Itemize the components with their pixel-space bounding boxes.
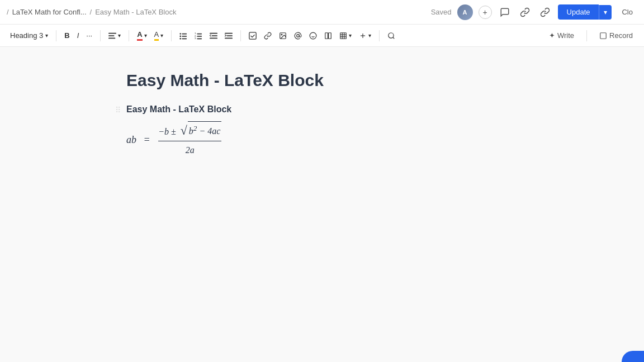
editor-wrapper: Easy Math - LaTeX Block ⠿ Easy Math - La… — [126, 69, 518, 340]
svg-rect-16 — [212, 35, 218, 36]
svg-text:3.: 3. — [195, 37, 197, 40]
svg-point-3 — [180, 33, 182, 35]
content-area: Easy Math - LaTeX Block ⠿ Easy Math - La… — [0, 47, 644, 362]
italic-button[interactable]: I — [74, 29, 83, 42]
breadcrumb-current: Easy Math - LaTeX Block — [95, 8, 176, 16]
link-insert-button[interactable] — [261, 30, 275, 42]
top-nav: / LaTeX Math for Confl... / Easy Math - … — [0, 0, 644, 25]
heading-selector[interactable]: Heading 3 ▾ — [7, 29, 51, 42]
svg-point-24 — [297, 34, 300, 37]
heading-dropdown-icon: ▾ — [45, 32, 48, 39]
toolbar-right: ✦ Write Record — [544, 29, 637, 42]
sep3 — [129, 30, 129, 41]
svg-rect-1 — [108, 35, 115, 36]
sqrt-content: b2 − 4ac — [188, 121, 222, 140]
svg-point-5 — [180, 35, 182, 37]
record-button[interactable]: Record — [595, 29, 637, 42]
ordered-list-button[interactable]: 1. 2. 3. — [191, 30, 206, 42]
breadcrumb-separator: / — [7, 8, 9, 16]
breadcrumb-parent[interactable]: LaTeX Math for Confl... — [12, 8, 87, 16]
columns-button[interactable] — [321, 30, 335, 42]
svg-rect-18 — [225, 32, 233, 34]
update-button-group: Update ▾ — [558, 4, 612, 20]
svg-point-25 — [310, 32, 316, 39]
sqrt-wrapper: √ b2 − 4ac — [181, 121, 222, 140]
svg-rect-8 — [182, 38, 187, 39]
bullet-list-button[interactable] — [176, 30, 191, 42]
link-button[interactable] — [538, 5, 552, 20]
svg-line-38 — [393, 37, 395, 39]
sep4 — [171, 30, 172, 41]
svg-rect-2 — [108, 37, 115, 39]
svg-rect-4 — [182, 33, 187, 34]
heading-label: Heading 3 — [10, 31, 43, 40]
svg-rect-21 — [249, 32, 256, 39]
svg-rect-29 — [329, 32, 332, 39]
update-button[interactable]: Update — [558, 4, 599, 20]
toolbar: Heading 3 ▾ B I ··· ▾ A ▾ — [0, 25, 644, 47]
text-color-button[interactable]: A ▾ — [134, 28, 150, 43]
sep5 — [240, 30, 241, 41]
highlight-button[interactable]: A ▾ — [151, 28, 167, 43]
insert-group: ▾ ▾ — [245, 30, 375, 42]
search-toolbar-button[interactable] — [384, 30, 399, 42]
svg-rect-20 — [225, 37, 233, 39]
formula-ab: ab — [126, 131, 136, 149]
svg-rect-17 — [210, 37, 217, 39]
svg-rect-6 — [182, 36, 187, 37]
svg-rect-10 — [197, 33, 202, 34]
comment-button[interactable] — [498, 5, 512, 20]
format-group: B I ··· — [61, 29, 96, 42]
page-title[interactable]: Easy Math - LaTeX Block — [126, 69, 518, 91]
sqrt-symbol: √ — [181, 125, 187, 137]
svg-rect-0 — [108, 32, 116, 34]
sep7 — [586, 30, 587, 41]
fraction: −b ± √ b2 − 4ac 2a — [158, 121, 221, 159]
svg-rect-39 — [600, 32, 607, 39]
formula-display: ab = −b ± √ b2 − 4ac — [126, 121, 518, 159]
indent-decrease-button[interactable] — [206, 30, 221, 42]
drag-handle-icon[interactable]: ⠿ — [115, 106, 121, 115]
sep1 — [56, 30, 56, 41]
align-group: ▾ — [105, 30, 124, 42]
svg-rect-28 — [325, 32, 328, 39]
record-label: Record — [609, 31, 633, 40]
close-button[interactable]: Clo — [617, 6, 637, 18]
write-label: Write — [557, 31, 574, 40]
bold-button[interactable]: B — [61, 29, 73, 42]
svg-rect-14 — [197, 38, 202, 39]
svg-rect-30 — [340, 32, 347, 39]
formula-equals: = — [141, 131, 153, 149]
image-button[interactable] — [276, 30, 290, 42]
sep2 — [100, 30, 101, 41]
svg-rect-19 — [227, 35, 233, 36]
mention-button[interactable] — [291, 30, 305, 42]
svg-point-7 — [180, 37, 182, 39]
indent-increase-button[interactable] — [221, 30, 236, 42]
fraction-numerator: −b ± √ b2 − 4ac — [158, 121, 221, 141]
write-button[interactable]: ✦ Write — [544, 29, 579, 42]
latex-formula: ab = −b ± √ b2 − 4ac — [126, 119, 518, 161]
svg-point-23 — [281, 34, 282, 35]
add-collaborator-button[interactable]: + — [479, 6, 492, 19]
block-heading: Easy Math - LaTeX Block — [126, 104, 518, 115]
info-button[interactable] — [518, 5, 532, 20]
fraction-denominator: 2a — [186, 141, 195, 159]
task-list-button[interactable] — [245, 30, 260, 42]
more-format-button[interactable]: ··· — [83, 29, 96, 42]
block-content: Easy Math - LaTeX Block ab = −b ± √ — [126, 104, 518, 161]
avatar[interactable]: A — [457, 4, 473, 20]
table-button[interactable]: ▾ — [336, 30, 355, 42]
sep6 — [379, 30, 380, 41]
insert-more-button[interactable]: ▾ — [356, 30, 375, 42]
write-icon: ✦ — [549, 31, 555, 40]
breadcrumb-separator2: / — [90, 8, 92, 16]
emoji-button[interactable] — [306, 30, 320, 42]
color-group: A ▾ A ▾ — [134, 28, 167, 43]
breadcrumb: / LaTeX Math for Confl... / Easy Math - … — [7, 8, 176, 16]
align-button[interactable]: ▾ — [105, 30, 124, 42]
heading-group: Heading 3 ▾ — [7, 29, 51, 42]
nav-right: Saved A + Update ▾ Cl — [431, 4, 637, 20]
update-dropdown-button[interactable]: ▾ — [599, 5, 612, 20]
svg-rect-15 — [210, 32, 217, 34]
